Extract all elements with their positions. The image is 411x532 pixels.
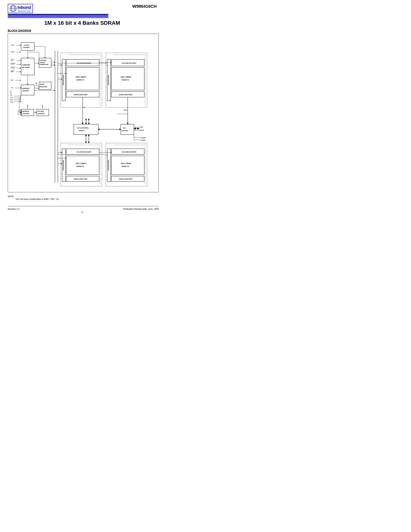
- svg-text:BUFFER: BUFFER: [23, 90, 29, 92]
- svg-text:ADDRESS: ADDRESS: [22, 88, 29, 89]
- svg-text:BS1: BS1: [10, 101, 13, 103]
- page-number: - 2 -: [8, 211, 157, 213]
- svg-text:A11: A11: [10, 96, 13, 98]
- svg-text:BANK #0: BANK #0: [77, 79, 84, 81]
- svg-text:A10: A10: [10, 79, 13, 81]
- svg-text:DATA CONTROL: DATA CONTROL: [77, 127, 89, 129]
- svg-text:DMn: DMn: [124, 109, 127, 111]
- svg-text:ROW DECODER: ROW DECODER: [108, 160, 109, 171]
- svg-text:ROW DECODER: ROW DECODER: [63, 160, 64, 171]
- svg-text:BUFFER: BUFFER: [23, 47, 30, 48]
- svg-text:COUNTER: COUNTER: [37, 113, 45, 114]
- svg-text:BUFFER: BUFFER: [122, 130, 128, 132]
- publication-label: Publication Release Date: June, 1999: [123, 208, 159, 210]
- svg-text:CELL ARRAY: CELL ARRAY: [76, 76, 86, 78]
- svg-text:COUNTER: COUNTER: [22, 113, 29, 114]
- svg-text:BS0: BS0: [10, 99, 13, 101]
- svg-text:COLUMN DECODER: COLUMN DECODER: [122, 151, 136, 153]
- svg-text:CELL ARRAY: CELL ARRAY: [121, 162, 131, 164]
- svg-text:BANK #2: BANK #2: [77, 165, 84, 167]
- svg-text:WE: WE: [11, 71, 14, 73]
- svg-text:DQ: DQ: [123, 127, 126, 129]
- svg-text:MODE: MODE: [40, 83, 44, 85]
- part-number: W986416CH: [132, 4, 157, 9]
- note-content: The cell array configuration is 4096 * 2…: [8, 198, 159, 200]
- svg-text:REFRESH: REFRESH: [22, 110, 29, 112]
- svg-text:CLK: CLK: [11, 44, 14, 46]
- svg-text:LDQM: LDQM: [140, 139, 145, 141]
- svg-text:CELL ARRAY: CELL ARRAY: [121, 76, 131, 78]
- logo-text: inbond: [17, 5, 31, 10]
- blue-decoration-lines: [8, 14, 108, 18]
- svg-text:ROW DECODER: ROW DECODER: [63, 75, 64, 85]
- note-label: NOTE:: [8, 195, 159, 198]
- svg-text:BANK #1: BANK #1: [122, 79, 129, 81]
- diagram-svg: CLK CKE CLOCK BUFFER CS RAS CAS WE COMMA…: [10, 36, 157, 190]
- svg-text:REGISTER: REGISTER: [39, 86, 47, 88]
- svg-text:A9: A9: [10, 95, 12, 96]
- svg-text:SENSE AMPLIFIER: SENSE AMPLIFIER: [119, 94, 132, 95]
- svg-text:CAS: CAS: [11, 67, 14, 69]
- svg-rect-45: [21, 109, 34, 116]
- svg-text:SENSE AMPLIFIER: SENSE AMPLIFIER: [74, 178, 87, 180]
- footer: Revision 1.2 Publication Release Date: J…: [8, 206, 159, 210]
- svg-text:SIGNAL: SIGNAL: [40, 62, 45, 63]
- svg-rect-48: [37, 109, 49, 116]
- svg-text:UDQM: UDQM: [140, 137, 146, 139]
- svg-text:DQ15: DQ15: [140, 129, 144, 131]
- main-title: 1M x 16 bit x 4 Banks SDRAM: [8, 20, 157, 26]
- logo-subtitle: Electronics Corp.: [17, 10, 31, 12]
- svg-text:SENSE AMPLIFIER: SENSE AMPLIFIER: [119, 178, 132, 180]
- svg-text:COLUMN DECODER: COLUMN DECODER: [122, 62, 136, 64]
- svg-text:BANK #3: BANK #3: [122, 165, 129, 167]
- globe-icon: [10, 5, 17, 12]
- svg-text:COMMAND: COMMAND: [22, 64, 30, 66]
- block-diagram: CLK CKE CLOCK BUFFER CS RAS CAS WE COMMA…: [8, 34, 159, 192]
- svg-text:ROW DECODER: ROW DECODER: [108, 75, 109, 85]
- svg-text:GENERATOR: GENERATOR: [39, 64, 48, 65]
- svg-text:CS: CS: [11, 59, 13, 61]
- logo: inbond Electronics Corp.: [8, 4, 33, 13]
- diagram-title: BLOCK DIAGRAM: [8, 29, 157, 32]
- svg-text:CIRCUIT: CIRCUIT: [79, 130, 85, 132]
- svg-text:SENSE AMPLIFIER: SENSE AMPLIFIER: [74, 94, 87, 95]
- part-number-header: W986416CH: [132, 4, 157, 9]
- revision-label: Revision 1.2: [8, 208, 19, 210]
- svg-text:CKE: CKE: [11, 51, 14, 53]
- svg-text:CELL ARRAY: CELL ARRAY: [76, 162, 86, 164]
- svg-text:CONTROL: CONTROL: [40, 60, 47, 61]
- svg-text:RAS: RAS: [11, 63, 14, 65]
- svg-rect-80: [121, 124, 134, 134]
- svg-text:COLUMN: COLUMN: [37, 110, 44, 112]
- note-section: NOTE: The cell array configuration is 40…: [8, 195, 159, 200]
- svg-text:DQ0: DQ0: [140, 126, 143, 128]
- svg-text:CLOCK: CLOCK: [24, 44, 29, 46]
- svg-text:DECODER: DECODER: [22, 66, 30, 68]
- svg-rect-77: [74, 124, 98, 134]
- svg-text:COLUMN DECODER: COLUMN DECODER: [77, 151, 91, 153]
- svg-text:A0: A0: [11, 87, 13, 89]
